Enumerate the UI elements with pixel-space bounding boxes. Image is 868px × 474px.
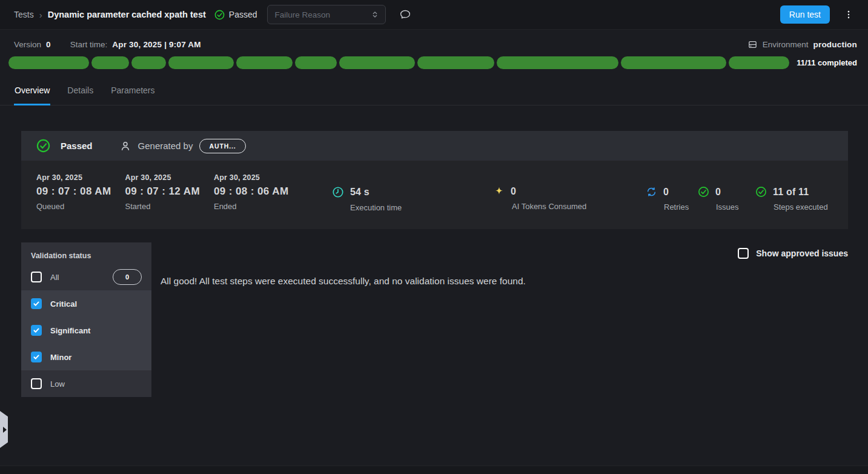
page-title: Dynamic parameter cached xpath test: [48, 10, 206, 19]
bottom-bar: [0, 466, 868, 474]
check-circle-icon: [214, 10, 225, 20]
metric-issues: 0 Issues: [698, 186, 739, 212]
check-circle-icon: [755, 186, 767, 198]
validation-status-panel: Validation status All 0 Critical Signifi…: [21, 242, 151, 397]
started-time: 09 : 07 : 12 AM: [125, 185, 199, 198]
all-label: All: [50, 273, 59, 282]
check-circle-icon: [36, 139, 50, 153]
ai-tokens-label: AI Tokens Consumed: [512, 202, 586, 211]
metric-execution-time: 54 s Execution time: [332, 186, 402, 212]
progress-segment: [8, 56, 89, 69]
progress-segment: [417, 56, 494, 69]
generated-by-label: Generated by: [138, 141, 193, 151]
filter-row-low[interactable]: Low: [21, 370, 151, 397]
card-status-text: Passed: [61, 141, 93, 151]
breadcrumb-chevron-icon: ›: [39, 10, 42, 20]
significant-checkbox[interactable]: [31, 325, 42, 336]
started-label: Started: [125, 202, 199, 211]
retries-value: 0: [663, 187, 669, 198]
retries-label: Retries: [664, 202, 689, 212]
top-bar: Tests › Dynamic parameter cached xpath t…: [0, 0, 868, 30]
comment-bubble-icon[interactable]: [399, 8, 411, 21]
generated-by-user-pill[interactable]: AUTH...: [199, 139, 245, 153]
issues-value: 0: [715, 187, 721, 198]
person-icon: [119, 140, 131, 152]
select-chevrons-icon: [371, 10, 379, 19]
show-approved-issues-toggle[interactable]: Show approved issues: [161, 248, 848, 259]
critical-label: Critical: [50, 299, 77, 309]
significant-label: Significant: [50, 326, 90, 335]
filter-row-significant[interactable]: Significant: [21, 317, 151, 344]
tab-details[interactable]: Details: [67, 82, 94, 105]
low-checkbox[interactable]: [31, 378, 42, 389]
progress-completed-text: 11/11 completed: [797, 58, 857, 67]
filter-row-minor[interactable]: Minor: [21, 344, 151, 370]
progress-segment: [497, 56, 618, 69]
minor-label: Minor: [50, 353, 71, 362]
queued-date: Apr 30, 2025: [36, 173, 111, 182]
issues-label: Issues: [716, 202, 739, 212]
validation-status-title: Validation status: [21, 242, 151, 264]
queued-time: 09 : 07 : 08 AM: [36, 185, 111, 198]
show-approved-label: Show approved issues: [756, 249, 848, 258]
check-circle-icon: [698, 186, 709, 198]
metric-steps-executed: 11 of 11 Steps executed: [755, 186, 828, 212]
environment-value: production: [813, 40, 858, 49]
critical-checkbox[interactable]: [31, 298, 42, 309]
started-date: Apr 30, 2025: [125, 173, 199, 182]
issues-content: Show approved issues All good! All test …: [151, 242, 868, 287]
steps-executed-label: Steps executed: [774, 202, 828, 212]
environment-drive-icon: [747, 39, 758, 50]
version-value: 0: [46, 40, 51, 49]
progress-bar: [8, 56, 789, 69]
chevron-right-icon: [3, 427, 7, 433]
progress-segment: [91, 56, 129, 69]
metric-retries: 0 Retries: [646, 186, 689, 212]
all-good-message: All good! All test steps were executed s…: [161, 276, 848, 287]
ended-time: 09 : 08 : 06 AM: [214, 185, 288, 198]
queued-label: Queued: [36, 202, 111, 211]
filter-row-critical[interactable]: Critical: [21, 290, 151, 317]
start-time-label: Start time:: [70, 40, 108, 49]
all-checkbox[interactable]: [31, 272, 42, 282]
progress-segment: [236, 56, 293, 69]
ended-label: Ended: [214, 202, 288, 211]
start-time-value: Apr 30, 2025 | 9:07 AM: [112, 40, 201, 49]
execution-time-value: 54 s: [350, 187, 369, 198]
execution-time-label: Execution time: [350, 203, 402, 212]
run-summary-header: Passed Generated by AUTH...: [21, 131, 848, 161]
show-approved-checkbox[interactable]: [738, 248, 749, 259]
status-text: Passed: [229, 10, 257, 19]
clock-icon: [332, 186, 344, 198]
ended-date: Apr 30, 2025: [214, 173, 288, 182]
tab-overview[interactable]: Overview: [14, 82, 50, 105]
environment-label: Environment: [763, 40, 809, 49]
failure-reason-placeholder: Failure Reason: [275, 10, 331, 19]
progress-segment: [131, 56, 165, 69]
low-label: Low: [50, 379, 65, 389]
tab-parameters[interactable]: Parameters: [110, 82, 155, 105]
progress-segment: [339, 56, 415, 69]
refresh-icon: [646, 186, 657, 198]
failure-reason-select[interactable]: Failure Reason: [267, 5, 386, 24]
minor-checkbox[interactable]: [31, 352, 42, 362]
progress-segment: [295, 56, 337, 69]
all-count-badge: 0: [113, 269, 142, 285]
version-label: Version: [14, 40, 41, 49]
timestamp-started: Apr 30, 2025 09 : 07 : 12 AM Started: [125, 173, 199, 211]
test-status-badge: Passed: [214, 10, 257, 20]
steps-executed-value: 11 of 11: [773, 187, 809, 198]
tab-bar: Overview Details Parameters: [0, 82, 868, 105]
progress-segment: [729, 56, 789, 69]
filter-row-all[interactable]: All 0: [21, 264, 151, 290]
ai-tokens-value: 0: [511, 186, 516, 197]
progress-segment: [621, 56, 726, 69]
breadcrumb-tests-link[interactable]: Tests: [14, 10, 34, 19]
run-test-button[interactable]: Run test: [780, 5, 830, 24]
sparkle-icon: [494, 186, 505, 197]
progress-row: 11/11 completed: [0, 56, 868, 69]
run-summary-card: Passed Generated by AUTH... Apr 30, 2025…: [21, 131, 848, 229]
kebab-menu-icon[interactable]: [841, 7, 856, 22]
sidebar-expand-handle[interactable]: [0, 411, 8, 448]
metric-ai-tokens: 0 AI Tokens Consumed: [494, 186, 586, 211]
